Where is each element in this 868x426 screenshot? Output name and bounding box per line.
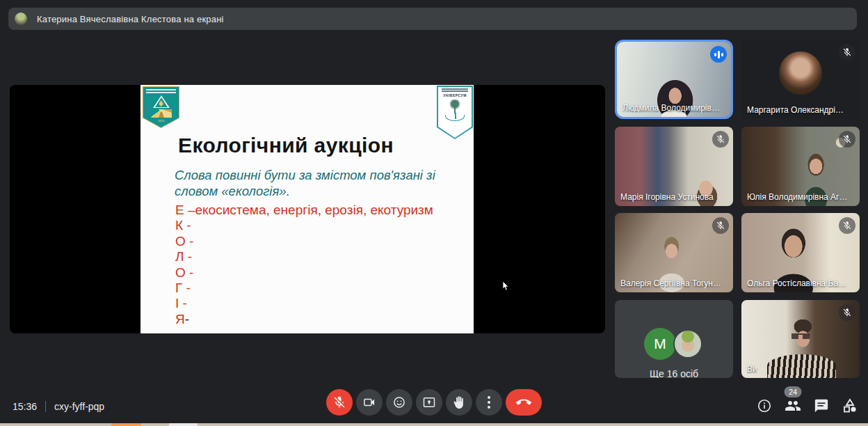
overflow-count-label: Ще 16 осіб [615, 368, 733, 378]
participant-name: Ольга Ростіславівна Ба… [747, 278, 846, 288]
participant-tile-olha[interactable]: Ольга Ростіславівна Ба… [741, 213, 860, 292]
google-meet-window: Катерина Вячеславівна Клестова на екрані… [0, 0, 868, 426]
overflow-avatars: M [644, 328, 704, 360]
presenting-banner: Катерина Вячеславівна Клестова на екрані [8, 8, 857, 30]
taskbar-white-segment [169, 423, 198, 426]
participant-tile-mariia[interactable]: Марія Ігорівна Устинова [615, 127, 733, 206]
raise-hand-icon [452, 395, 466, 409]
presentation-slide: 1874 УНІВЕРСУМ ····· Екологічний аукціон… [140, 85, 474, 333]
letter-line: О - [175, 265, 433, 281]
presenter-avatar [15, 13, 27, 25]
participant-tile-yuliia[interactable]: Юлія Володимирівна Аг… [741, 127, 860, 206]
presenting-banner-text: Катерина Вячеславівна Клестова на екрані [37, 14, 224, 24]
mic-off-icon [839, 304, 855, 321]
present-screen-button[interactable] [416, 389, 442, 416]
activities-shapes-icon [842, 397, 858, 414]
participant-avatar [779, 52, 822, 95]
mute-microphone-button[interactable] [326, 389, 353, 416]
university-crest-logo: 1874 [143, 86, 179, 128]
avatar-photo [673, 329, 702, 358]
participants-count-badge: 24 [785, 386, 802, 397]
letter-line: К - [175, 218, 433, 233]
meeting-code: cxy-fyff-pqp [54, 401, 104, 412]
participant-name: Людмила Володимирів… [622, 103, 720, 113]
participant-name: Марія Ігорівна Устинова [620, 192, 714, 202]
call-end-icon [516, 395, 531, 410]
letter-line: І - [175, 296, 433, 311]
shared-screen-stage: 1874 УНІВЕРСУМ ····· Екологічний аукціон… [10, 85, 605, 333]
activities-button[interactable] [842, 397, 858, 414]
camera-button[interactable] [356, 389, 383, 416]
universum-college-logo: УНІВЕРСУМ ····· [437, 86, 473, 139]
mic-off-icon [839, 131, 855, 148]
reactions-button[interactable] [386, 389, 412, 416]
letter-line: Е –екосистема, енергія, ерозія, екотуриз… [175, 203, 433, 218]
self-label: Ви [747, 364, 757, 374]
participant-name: Валерія Сергіївна Тогун… [620, 278, 721, 288]
chat-icon [814, 398, 829, 413]
raise-hand-button[interactable] [446, 389, 472, 416]
meeting-panels-actions: 24 [756, 397, 858, 414]
participant-tile-liudmyla[interactable]: Людмила Володимирів… [615, 40, 733, 119]
universum-wordmark: УНІВЕРСУМ [437, 93, 473, 97]
letter-line: О - [175, 234, 433, 249]
show-participants-button[interactable]: 24 [785, 397, 801, 414]
present-to-all-icon [422, 395, 436, 409]
chat-button[interactable] [813, 397, 830, 414]
slide-title: Екологічний аукціон [178, 134, 394, 157]
self-view-tile[interactable]: Ви [741, 300, 860, 378]
mouse-cursor [502, 281, 511, 291]
taskbar-edge-strip [0, 423, 868, 426]
call-controls [326, 389, 542, 416]
letter-line: Л - [175, 249, 433, 265]
more-vert-icon [488, 396, 490, 409]
avatar-letter-m: M [644, 328, 676, 360]
mic-off-icon [839, 44, 855, 61]
glasses-decoration [791, 333, 810, 339]
videocam-icon [362, 395, 376, 409]
participant-tile-valeriia[interactable]: Валерія Сергіївна Тогун… [615, 213, 733, 292]
meeting-statusbar: 15:36 cxy-fyff-pqp [13, 401, 104, 412]
participant-name: Юлія Володимирівна Аг… [747, 192, 847, 202]
statusbar-divider [45, 401, 46, 412]
mic-off-icon [332, 395, 346, 409]
info-icon [757, 398, 772, 413]
slide-subtitle: Слова повинні бути за змістом пов'язані … [175, 167, 435, 199]
speaking-indicator-icon [710, 46, 727, 63]
taskbar-orange-segment [111, 423, 141, 426]
participant-name: Маргарита Олександрі… [747, 105, 844, 115]
participant-tile-marharyta[interactable]: Маргарита Олександрі… [741, 40, 860, 119]
mic-off-icon [712, 217, 729, 234]
slide-letter-list: Е –екосистема, енергія, ерозія, екотуриз… [175, 203, 433, 327]
mic-off-icon [712, 131, 729, 148]
letter-line: Г - [175, 281, 433, 296]
overflow-participants-tile[interactable]: M Ще 16 осіб [615, 300, 733, 378]
more-options-button[interactable] [476, 389, 502, 416]
people-icon [785, 397, 801, 414]
letter-line-last: Я- [175, 312, 433, 327]
clock-time: 15:36 [13, 401, 37, 412]
mic-off-icon [839, 217, 855, 234]
end-call-button[interactable] [506, 389, 542, 416]
meeting-details-button[interactable] [756, 397, 773, 414]
emoji-smile-icon [392, 395, 406, 409]
